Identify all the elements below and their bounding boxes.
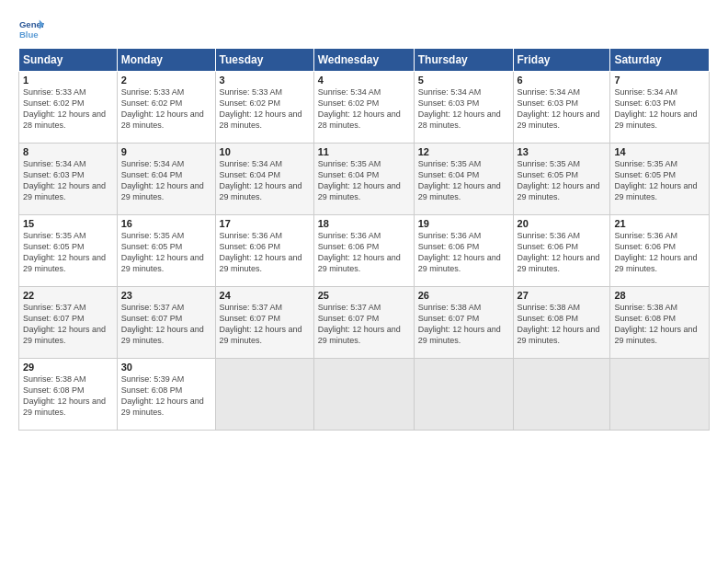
calendar-cell: 16 Sunrise: 5:35 AMSunset: 6:05 PMDaylig…: [117, 215, 215, 287]
calendar-cell: 14 Sunrise: 5:35 AMSunset: 6:05 PMDaylig…: [610, 144, 710, 215]
calendar-cell: 23 Sunrise: 5:37 AMSunset: 6:07 PMDaylig…: [117, 287, 215, 359]
day-number: 18: [318, 218, 410, 229]
day-number: 14: [614, 146, 705, 157]
calendar-cell: 26 Sunrise: 5:38 AMSunset: 6:07 PMDaylig…: [414, 287, 513, 359]
calendar-cell: 27 Sunrise: 5:38 AMSunset: 6:08 PMDaylig…: [513, 287, 610, 359]
calendar-cell: 11 Sunrise: 5:35 AMSunset: 6:04 PMDaylig…: [313, 144, 414, 215]
header: General Blue: [18, 17, 710, 42]
calendar-cell: 6 Sunrise: 5:34 AMSunset: 6:03 PMDayligh…: [513, 72, 610, 144]
day-info: Sunrise: 5:36 AMSunset: 6:06 PMDaylight:…: [318, 231, 401, 273]
day-number: 16: [121, 218, 211, 229]
day-number: 15: [23, 218, 113, 229]
calendar-cell: 12 Sunrise: 5:35 AMSunset: 6:04 PMDaylig…: [414, 144, 513, 215]
calendar-cell: [313, 359, 414, 431]
col-header-tuesday: Tuesday: [215, 49, 313, 72]
day-info: Sunrise: 5:39 AMSunset: 6:08 PMDaylight:…: [121, 374, 204, 417]
day-info: Sunrise: 5:37 AMSunset: 6:07 PMDaylight:…: [220, 303, 302, 345]
calendar-cell: [610, 359, 710, 431]
calendar-cell: 13 Sunrise: 5:35 AMSunset: 6:05 PMDaylig…: [513, 144, 610, 215]
calendar-cell: 9 Sunrise: 5:34 AMSunset: 6:04 PMDayligh…: [117, 144, 215, 215]
day-number: 17: [220, 218, 310, 229]
calendar-cell: 2 Sunrise: 5:33 AMSunset: 6:02 PMDayligh…: [117, 72, 215, 144]
col-header-friday: Friday: [513, 49, 610, 72]
day-number: 29: [23, 362, 113, 373]
col-header-wednesday: Wednesday: [313, 49, 414, 72]
day-number: 7: [614, 75, 705, 86]
day-info: Sunrise: 5:36 AMSunset: 6:06 PMDaylight:…: [220, 231, 302, 273]
day-info: Sunrise: 5:34 AMSunset: 6:03 PMDaylight:…: [518, 87, 600, 130]
day-info: Sunrise: 5:34 AMSunset: 6:03 PMDaylight:…: [418, 87, 501, 130]
calendar-cell: 22 Sunrise: 5:37 AMSunset: 6:07 PMDaylig…: [19, 287, 118, 359]
calendar-cell: [215, 359, 313, 431]
day-info: Sunrise: 5:35 AMSunset: 6:05 PMDaylight:…: [518, 159, 600, 201]
day-number: 9: [121, 146, 211, 157]
logo-icon: General Blue: [18, 17, 44, 42]
col-header-thursday: Thursday: [414, 49, 513, 72]
calendar-cell: 24 Sunrise: 5:37 AMSunset: 6:07 PMDaylig…: [215, 287, 313, 359]
day-info: Sunrise: 5:34 AMSunset: 6:03 PMDaylight:…: [614, 87, 697, 130]
calendar-cell: 10 Sunrise: 5:34 AMSunset: 6:04 PMDaylig…: [215, 144, 313, 215]
calendar-cell: 8 Sunrise: 5:34 AMSunset: 6:03 PMDayligh…: [19, 144, 118, 215]
calendar-cell: 1 Sunrise: 5:33 AMSunset: 6:02 PMDayligh…: [19, 72, 118, 144]
day-number: 26: [418, 290, 509, 301]
day-number: 11: [318, 146, 410, 157]
day-number: 24: [220, 290, 310, 301]
svg-text:Blue: Blue: [19, 29, 39, 40]
calendar-cell: 4 Sunrise: 5:34 AMSunset: 6:02 PMDayligh…: [313, 72, 414, 144]
calendar-cell: 15 Sunrise: 5:35 AMSunset: 6:05 PMDaylig…: [19, 215, 118, 287]
day-number: 28: [614, 290, 705, 301]
day-number: 2: [121, 75, 211, 86]
day-info: Sunrise: 5:34 AMSunset: 6:04 PMDaylight:…: [220, 159, 302, 201]
calendar-header-row: SundayMondayTuesdayWednesdayThursdayFrid…: [19, 49, 710, 72]
day-info: Sunrise: 5:37 AMSunset: 6:07 PMDaylight:…: [318, 303, 401, 345]
day-info: Sunrise: 5:34 AMSunset: 6:02 PMDaylight:…: [318, 87, 401, 130]
day-info: Sunrise: 5:34 AMSunset: 6:04 PMDaylight:…: [121, 159, 204, 201]
calendar-cell: 7 Sunrise: 5:34 AMSunset: 6:03 PMDayligh…: [610, 72, 710, 144]
calendar-week-row: 22 Sunrise: 5:37 AMSunset: 6:07 PMDaylig…: [19, 287, 710, 359]
day-info: Sunrise: 5:37 AMSunset: 6:07 PMDaylight:…: [23, 303, 106, 345]
day-number: 13: [518, 146, 607, 157]
day-info: Sunrise: 5:36 AMSunset: 6:06 PMDaylight:…: [418, 231, 501, 273]
day-number: 19: [418, 218, 509, 229]
calendar-cell: 20 Sunrise: 5:36 AMSunset: 6:06 PMDaylig…: [513, 215, 610, 287]
calendar-cell: 30 Sunrise: 5:39 AMSunset: 6:08 PMDaylig…: [117, 359, 215, 431]
day-info: Sunrise: 5:35 AMSunset: 6:05 PMDaylight:…: [23, 231, 106, 273]
day-info: Sunrise: 5:38 AMSunset: 6:07 PMDaylight:…: [418, 303, 501, 345]
day-number: 1: [23, 75, 113, 86]
calendar-cell: 5 Sunrise: 5:34 AMSunset: 6:03 PMDayligh…: [414, 72, 513, 144]
day-info: Sunrise: 5:38 AMSunset: 6:08 PMDaylight:…: [518, 303, 600, 345]
calendar-cell: 21 Sunrise: 5:36 AMSunset: 6:06 PMDaylig…: [610, 215, 710, 287]
day-info: Sunrise: 5:35 AMSunset: 6:05 PMDaylight:…: [614, 159, 697, 201]
calendar-cell: 17 Sunrise: 5:36 AMSunset: 6:06 PMDaylig…: [215, 215, 313, 287]
day-number: 4: [318, 75, 410, 86]
day-info: Sunrise: 5:35 AMSunset: 6:05 PMDaylight:…: [121, 231, 204, 273]
calendar-cell: 3 Sunrise: 5:33 AMSunset: 6:02 PMDayligh…: [215, 72, 313, 144]
day-number: 22: [23, 290, 113, 301]
col-header-sunday: Sunday: [19, 49, 118, 72]
calendar-cell: [414, 359, 513, 431]
day-number: 25: [318, 290, 410, 301]
day-info: Sunrise: 5:35 AMSunset: 6:04 PMDaylight:…: [418, 159, 501, 201]
day-number: 20: [518, 218, 607, 229]
day-info: Sunrise: 5:36 AMSunset: 6:06 PMDaylight:…: [518, 231, 600, 273]
day-number: 5: [418, 75, 509, 86]
day-info: Sunrise: 5:33 AMSunset: 6:02 PMDaylight:…: [220, 87, 302, 130]
day-number: 27: [518, 290, 607, 301]
day-number: 12: [418, 146, 509, 157]
calendar-cell: 19 Sunrise: 5:36 AMSunset: 6:06 PMDaylig…: [414, 215, 513, 287]
calendar-week-row: 8 Sunrise: 5:34 AMSunset: 6:03 PMDayligh…: [19, 144, 710, 215]
day-number: 21: [614, 218, 705, 229]
logo: General Blue: [18, 17, 44, 42]
day-number: 3: [220, 75, 310, 86]
calendar-week-row: 15 Sunrise: 5:35 AMSunset: 6:05 PMDaylig…: [19, 215, 710, 287]
calendar-week-row: 1 Sunrise: 5:33 AMSunset: 6:02 PMDayligh…: [19, 72, 710, 144]
calendar-cell: [513, 359, 610, 431]
day-info: Sunrise: 5:37 AMSunset: 6:07 PMDaylight:…: [121, 303, 204, 345]
day-number: 6: [518, 75, 607, 86]
day-number: 30: [121, 362, 211, 373]
day-info: Sunrise: 5:36 AMSunset: 6:06 PMDaylight:…: [614, 231, 697, 273]
day-number: 10: [220, 146, 310, 157]
day-info: Sunrise: 5:33 AMSunset: 6:02 PMDaylight:…: [23, 87, 106, 130]
day-number: 23: [121, 290, 211, 301]
day-number: 8: [23, 146, 113, 157]
